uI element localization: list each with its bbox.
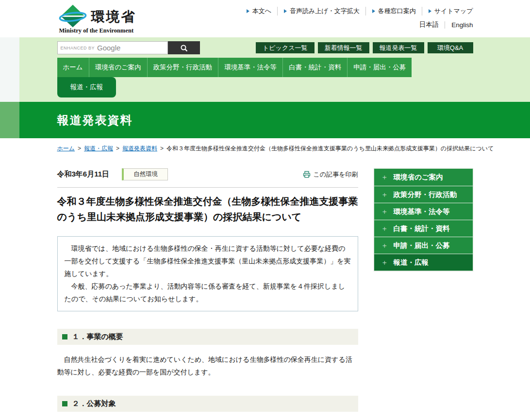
- header-utility: 本文へ 音声読み上げ・文字拡大 各種窓口案内 サイトマップ 日本語 Englis…: [247, 4, 473, 29]
- triangle-icon: [429, 9, 431, 13]
- breadcrumb-separator: >: [160, 145, 164, 152]
- left-strip: [0, 37, 19, 102]
- nav-item-standards[interactable]: 環境基準・法令等: [218, 58, 282, 77]
- article-title: 令和３年度生物多様性保全推進交付金（生物多様性保全推進支援事業のうち里山未来拠点…: [57, 194, 358, 225]
- site-header: 環境省 Ministry of the Environment 本文へ 音声読み…: [0, 0, 530, 37]
- sidebar-menu: ＋環境省のご案内 ＋政策分野・行政活動 ＋環境基準・法令等 ＋白書・統計・資料 …: [374, 168, 473, 271]
- logo-title: 環境省: [91, 8, 136, 26]
- plus-icon: ＋: [381, 258, 388, 267]
- enhanced-by-label: ENHANCED BY: [61, 46, 95, 50]
- breadcrumb-home[interactable]: ホーム: [57, 145, 75, 152]
- sidebar-item-label: 申請・届出・公募: [394, 241, 450, 250]
- category-tag[interactable]: 自然環境: [122, 168, 168, 180]
- breadcrumb-current: 令和３年度生物多様性保全推進交付金（生物多様性保全推進支援事業のうち里山未来拠点…: [166, 145, 494, 152]
- plus-icon: ＋: [381, 241, 388, 250]
- section-heading-label: １．事業の概要: [72, 332, 123, 341]
- square-bullet-icon: [62, 401, 67, 406]
- search-button[interactable]: [168, 41, 200, 54]
- utility-link-label: サイトマップ: [434, 7, 473, 16]
- sidebar-item-standards[interactable]: ＋環境基準・法令等: [374, 203, 473, 220]
- quick-link-press[interactable]: 報道発表一覧: [373, 42, 424, 53]
- square-bullet-icon: [62, 334, 67, 339]
- header-band: ENHANCED BY Google トピックス一覧 新着情報一覧 報道発表一覧…: [0, 37, 530, 102]
- quick-links: トピックス一覧 新着情報一覧 報道発表一覧 環境Q&A: [256, 42, 473, 53]
- main-navigation: ホーム 環境省のご案内 政策分野・行政活動 環境基準・法令等 白書・統計・資料 …: [57, 58, 473, 97]
- utility-link-label: 音声読み上げ・文字拡大: [290, 7, 360, 16]
- nav-item-about[interactable]: 環境省のご案内: [89, 58, 147, 77]
- print-label: この記事を印刷: [314, 170, 358, 179]
- plus-icon: ＋: [381, 173, 388, 182]
- sidebar-item-whitepapers[interactable]: ＋白書・統計・資料: [374, 220, 473, 237]
- page-title: 報道発表資料: [57, 102, 473, 138]
- utility-links: 本文へ 音声読み上げ・文字拡大 各種窓口案内 サイトマップ: [247, 7, 473, 16]
- utility-link-label: 各種窓口案内: [378, 7, 416, 16]
- link-sitemap[interactable]: サイトマップ: [422, 7, 473, 16]
- breadcrumb-press[interactable]: 報道・広報: [84, 145, 113, 152]
- sidebar-item-label: 報道・広報: [394, 258, 429, 267]
- nav-tab-press-active[interactable]: 報道・広報: [57, 77, 116, 97]
- logo-subtitle: Ministry of the Environment: [59, 27, 136, 34]
- lang-english[interactable]: English: [445, 21, 473, 29]
- page: 環境省 Ministry of the Environment 本文へ 音声読み…: [0, 0, 530, 420]
- moe-logo[interactable]: 環境省 Ministry of the Environment: [57, 4, 136, 34]
- google-wordmark: Google: [97, 44, 120, 52]
- plus-icon: ＋: [381, 207, 388, 216]
- search-input[interactable]: ENHANCED BY Google: [57, 41, 168, 54]
- nav-item-whitepapers[interactable]: 白書・統計・資料: [282, 58, 347, 77]
- section-heading-label: ２．公募対象: [72, 399, 116, 408]
- lang-japanese[interactable]: 日本語: [419, 20, 439, 29]
- link-contact-guide[interactable]: 各種窓口案内: [365, 7, 416, 16]
- sidebar-item-about[interactable]: ＋環境省のご案内: [374, 169, 473, 186]
- utility-link-label: 本文へ: [252, 7, 271, 16]
- triangle-icon: [247, 9, 249, 13]
- sidebar-item-label: 環境省のご案内: [394, 173, 443, 182]
- moe-logo-icon: [57, 4, 88, 28]
- summary-paragraph: 環境省では、地域における生物多様性の保全・再生に資する活動等に対して必要な経費の…: [65, 242, 351, 280]
- page-title-band: 報道発表資料: [0, 102, 530, 138]
- printer-icon: [303, 171, 311, 178]
- sidebar-item-label: 政策分野・行政活動: [394, 190, 457, 199]
- article-date: 令和3年6月11日: [57, 170, 110, 179]
- section-body: 自然共生社会づくりを着実に進めていくため、地域における生物多様性の保全再生に資す…: [57, 354, 358, 378]
- section-heading-overview: １．事業の概要: [57, 329, 358, 345]
- sidebar-item-policy[interactable]: ＋政策分野・行政活動: [374, 186, 473, 203]
- quick-link-qa[interactable]: 環境Q&A: [428, 42, 473, 53]
- nav-item-policy[interactable]: 政策分野・行政活動: [147, 58, 218, 77]
- print-article-link[interactable]: この記事を印刷: [303, 170, 358, 179]
- plus-icon: ＋: [381, 190, 388, 199]
- sidebar-item-applications[interactable]: ＋申請・届出・公募: [374, 237, 473, 254]
- sidebar-item-press[interactable]: ＋報道・広報: [374, 254, 473, 271]
- left-strip: [0, 102, 19, 138]
- breadcrumb: ホーム>報道・広報>報道発表資料>令和３年度生物多様性保全推進交付金（生物多様性…: [57, 145, 473, 153]
- breadcrumb-separator: >: [116, 145, 119, 152]
- article-summary-box: 環境省では、地域における生物多様性の保全・再生に資する活動等に対して必要な経費の…: [57, 236, 358, 311]
- triangle-icon: [372, 9, 375, 13]
- triangle-icon: [284, 9, 287, 13]
- search-icon: [180, 44, 188, 52]
- link-to-content[interactable]: 本文へ: [247, 7, 271, 16]
- nav-item-home[interactable]: ホーム: [57, 58, 89, 77]
- article: 令和3年6月11日 自然環境 この記事を印刷 令和３年度生物多様性保全推進交付金…: [57, 168, 358, 420]
- breadcrumb-separator: >: [78, 145, 81, 152]
- link-accessibility[interactable]: 音声読み上げ・文字拡大: [277, 7, 360, 16]
- breadcrumb-press-release[interactable]: 報道発表資料: [122, 145, 157, 152]
- divider: [57, 187, 358, 188]
- quick-link-whats-new[interactable]: 新着情報一覧: [318, 42, 369, 53]
- sidebar-item-label: 白書・統計・資料: [394, 224, 450, 233]
- nav-item-applications[interactable]: 申請・届出・公募: [347, 58, 412, 77]
- summary-paragraph: 今般、応募のあった事業より、活動内容等に係る審査を経て、新規事業を４件採択しまし…: [65, 280, 351, 306]
- quick-link-topics[interactable]: トピックス一覧: [256, 42, 315, 53]
- section-heading-eligibility: ２．公募対象: [57, 396, 358, 412]
- language-switch: 日本語 English: [247, 20, 473, 29]
- sidebar-item-label: 環境基準・法令等: [394, 207, 450, 216]
- plus-icon: ＋: [381, 224, 388, 233]
